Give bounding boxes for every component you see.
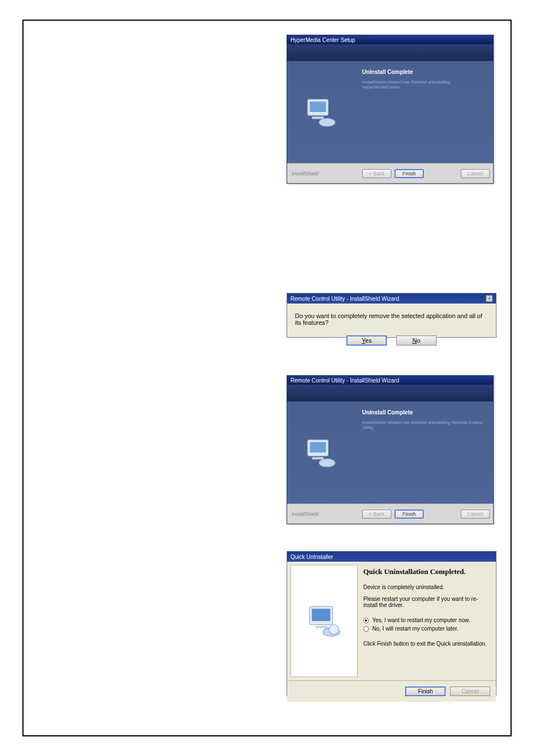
cancel-button: Cancel xyxy=(461,169,490,178)
svg-rect-2 xyxy=(312,116,324,119)
yes-button[interactable]: Yes xyxy=(346,335,387,346)
window-titlebar: Remote Control Utility - InstallShield W… xyxy=(287,376,493,385)
option-label: Yes, I want to restart my computer now. xyxy=(372,617,470,623)
finish-button[interactable]: Finish xyxy=(395,510,424,519)
quick-uninstaller-window: Quick UnInstaller Quick Uninstallation C… xyxy=(287,551,496,696)
svg-rect-9 xyxy=(312,609,330,621)
radio-icon xyxy=(363,626,369,632)
svg-rect-10 xyxy=(316,626,328,628)
close-icon[interactable]: × xyxy=(486,295,493,302)
wizard-subtext: InstallShield Wizard has finished uninst… xyxy=(362,80,484,90)
installshield-brand: InstallShield xyxy=(292,511,319,517)
wizard-subtext: InstallShield Wizard has finished uninst… xyxy=(362,420,484,430)
window-title: HyperMedia Center Setup xyxy=(291,37,355,43)
svg-rect-5 xyxy=(310,442,326,452)
confirm-remove-dialog: Remote Control Utility - InstallShield W… xyxy=(287,293,496,338)
restart-now-option[interactable]: Yes, I want to restart my computer now. xyxy=(363,617,489,623)
svg-point-7 xyxy=(319,459,335,466)
radio-icon xyxy=(363,618,369,623)
cancel-button: Cancel xyxy=(450,687,490,696)
quick-line-2: Please restart your computer if you want… xyxy=(363,596,489,608)
back-button: < Back xyxy=(362,169,391,178)
computer-icon xyxy=(302,434,339,471)
dialog-title: Remote Control Utility - InstallShield W… xyxy=(291,296,399,302)
quick-heading: Quick Uninstallation Completed. xyxy=(363,567,489,576)
svg-point-12 xyxy=(329,625,339,635)
window-titlebar: Quick UnInstaller xyxy=(287,552,496,562)
finish-button[interactable]: Finish xyxy=(395,169,424,178)
no-button[interactable]: No xyxy=(396,335,437,346)
wizard-heading: Uninstall Complete xyxy=(362,69,484,75)
window-titlebar: HyperMedia Center Setup xyxy=(287,35,493,44)
wizard-graphic xyxy=(287,402,353,503)
window-title: Quick UnInstaller xyxy=(291,554,333,560)
svg-point-3 xyxy=(319,118,335,126)
back-button: < Back xyxy=(362,510,391,519)
remote-utility-window: Remote Control Utility - InstallShield W… xyxy=(287,375,494,524)
wizard-heading: Uninstall Complete xyxy=(362,409,484,416)
quick-line-3: Click Finish button to exit the Quick un… xyxy=(363,641,489,647)
finish-button[interactable]: Finish xyxy=(405,687,446,696)
wizard-graphic xyxy=(287,61,353,163)
svg-rect-1 xyxy=(310,101,326,112)
cancel-button: Cancel xyxy=(461,510,490,519)
option-label: No, I will restart my computer later. xyxy=(372,626,458,632)
dialog-titlebar: Remote Control Utility - InstallShield W… xyxy=(287,293,496,304)
installshield-brand: InstallShield xyxy=(292,171,319,176)
hypermedia-setup-window: HyperMedia Center Setup Uninstall Comple… xyxy=(287,35,494,184)
window-title: Remote Control Utility - InstallShield W… xyxy=(291,377,399,384)
wizard-graphic xyxy=(291,565,358,677)
restart-later-option[interactable]: No, I will restart my computer later. xyxy=(363,626,489,632)
dialog-message: Do you want to completely remove the sel… xyxy=(287,304,496,332)
quick-line-1: Device is completely uninstalled. xyxy=(363,584,489,590)
computer-icon xyxy=(302,94,339,130)
computer-icon xyxy=(305,601,344,641)
svg-rect-6 xyxy=(312,457,324,459)
